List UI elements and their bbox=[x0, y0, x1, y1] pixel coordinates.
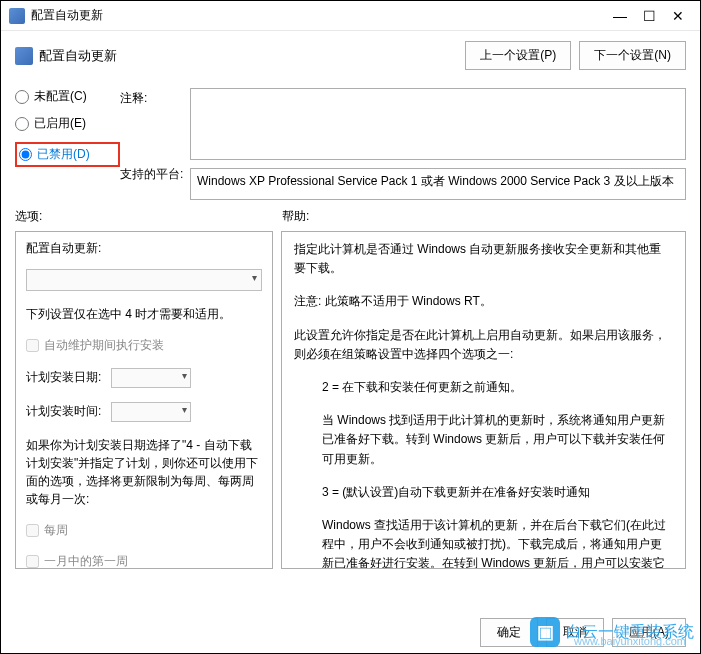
chk-maintenance-row[interactable]: 自动维护期间执行安装 bbox=[26, 337, 262, 354]
close-button[interactable]: ✕ bbox=[664, 5, 692, 27]
help-p7: Windows 查找适用于该计算机的更新，并在后台下载它们(在此过程中，用户不会… bbox=[294, 516, 673, 569]
help-p1: 指定此计算机是否通过 Windows 自动更新服务接收安全更新和其他重要下载。 bbox=[294, 240, 673, 278]
help-panel[interactable]: 指定此计算机是否通过 Windows 自动更新服务接收安全更新和其他重要下载。 … bbox=[281, 231, 686, 569]
radio-enabled-input[interactable] bbox=[15, 117, 29, 131]
help-p4: 2 = 在下载和安装任何更新之前通知。 bbox=[294, 378, 673, 397]
options-heading: 配置自动更新: bbox=[26, 240, 262, 257]
chk-weekly-row[interactable]: 每周 bbox=[26, 522, 262, 539]
radio-not-configured-input[interactable] bbox=[15, 90, 29, 104]
policy-icon bbox=[15, 47, 33, 65]
window-title: 配置自动更新 bbox=[31, 7, 606, 24]
comment-textbox[interactable] bbox=[190, 88, 686, 160]
app-icon bbox=[9, 8, 25, 24]
options-header: 选项: bbox=[15, 208, 282, 225]
chk-weekly[interactable] bbox=[26, 524, 39, 537]
radio-disabled-input[interactable] bbox=[19, 148, 32, 161]
page-title: 配置自动更新 bbox=[39, 47, 465, 65]
chk-first-week-row[interactable]: 一月中的第一周 bbox=[26, 553, 262, 569]
help-p5: 当 Windows 找到适用于此计算机的更新时，系统将通知用户更新已准备好下载。… bbox=[294, 411, 673, 469]
help-p3: 此设置允许你指定是否在此计算机上启用自动更新。如果启用该服务，则必须在组策略设置… bbox=[294, 326, 673, 364]
apply-button[interactable]: 应用(A) bbox=[612, 618, 686, 647]
configure-combo[interactable] bbox=[26, 269, 262, 291]
help-header: 帮助: bbox=[282, 208, 309, 225]
maximize-button[interactable]: ☐ bbox=[635, 5, 663, 27]
chk-maintenance[interactable] bbox=[26, 339, 39, 352]
radio-disabled-highlight: 已禁用(D) bbox=[15, 142, 120, 167]
ok-button[interactable]: 确定 bbox=[480, 618, 538, 647]
platform-box[interactable]: Windows XP Professional Service Pack 1 或… bbox=[190, 168, 686, 200]
prev-setting-button[interactable]: 上一个设置(P) bbox=[465, 41, 571, 70]
options-para: 如果你为计划安装日期选择了"4 - 自动下载计划安装"并指定了计划，则你还可以使… bbox=[26, 436, 262, 508]
help-p2: 注意: 此策略不适用于 Windows RT。 bbox=[294, 292, 673, 311]
options-panel[interactable]: 配置自动更新: 下列设置仅在选中 4 时才需要和适用。 自动维护期间执行安装 计… bbox=[15, 231, 273, 569]
chk-first-week[interactable] bbox=[26, 555, 39, 568]
options-note: 下列设置仅在选中 4 时才需要和适用。 bbox=[26, 305, 262, 323]
help-p6: 3 = (默认设置)自动下载更新并在准备好安装时通知 bbox=[294, 483, 673, 502]
radio-enabled[interactable]: 已启用(E) bbox=[15, 115, 120, 132]
sched-day-row: 计划安装日期: bbox=[26, 368, 262, 388]
platform-label: 支持的平台: bbox=[120, 164, 190, 200]
sched-day-combo[interactable] bbox=[111, 368, 191, 388]
radio-not-configured[interactable]: 未配置(C) bbox=[15, 88, 120, 105]
comment-label: 注释: bbox=[120, 88, 190, 160]
radio-disabled-label[interactable]: 已禁用(D) bbox=[37, 146, 90, 163]
minimize-button[interactable]: — bbox=[606, 5, 634, 27]
sched-time-row: 计划安装时间: bbox=[26, 402, 262, 422]
next-setting-button[interactable]: 下一个设置(N) bbox=[579, 41, 686, 70]
sched-time-combo[interactable] bbox=[111, 402, 191, 422]
cancel-button[interactable]: 取消 bbox=[546, 618, 604, 647]
